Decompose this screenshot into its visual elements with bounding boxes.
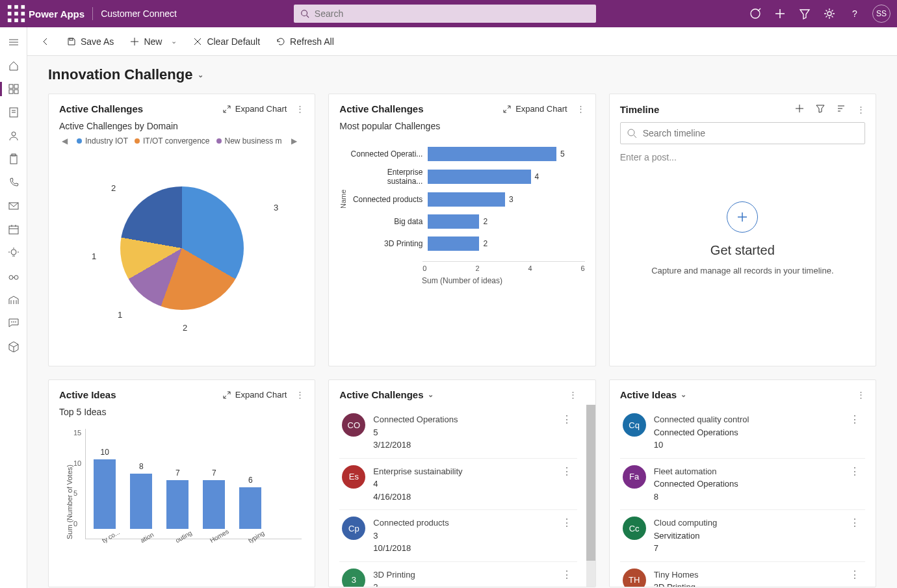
more-icon[interactable]: ⋮ (569, 390, 577, 400)
legend-item[interactable]: New business m (216, 136, 282, 146)
timeline-search[interactable] (620, 122, 865, 144)
item-more-icon[interactable]: ⋮ (559, 413, 575, 426)
item-more-icon[interactable]: ⋮ (847, 413, 863, 426)
global-search-input[interactable] (315, 8, 590, 19)
user-avatar[interactable]: SS (872, 5, 890, 23)
settings-icon[interactable] (823, 7, 836, 20)
main-area: Save As New⌄ Clear Default Refresh All I… (27, 27, 897, 588)
more-icon[interactable]: ⋮ (857, 105, 865, 114)
item-more-icon[interactable]: ⋮ (559, 517, 575, 529)
svg-point-35 (11, 249, 16, 255)
filter-icon[interactable] (798, 7, 811, 20)
more-icon[interactable]: ⋮ (296, 104, 304, 114)
list-item[interactable]: Cq Connected quality controlConnected Op… (620, 407, 865, 459)
expand-chart-button[interactable]: Expand Chart (222, 104, 287, 114)
list-item[interactable]: Cp Connected products310/1/2018 ⋮ (339, 510, 577, 562)
global-header: Power Apps Customer Connect ? SS (0, 0, 897, 27)
back-button[interactable] (35, 34, 56, 49)
legend-prev-icon[interactable]: ◀ (59, 136, 70, 146)
legend-item[interactable]: Industry IOT (77, 136, 128, 146)
svg-rect-1 (14, 5, 18, 9)
nav-package-icon[interactable] (0, 335, 27, 357)
legend-next-icon[interactable]: ▶ (289, 136, 300, 146)
item-avatar: Es (342, 465, 365, 489)
more-icon[interactable]: ⋮ (577, 104, 585, 114)
item-more-icon[interactable]: ⋮ (847, 465, 863, 478)
nav-dashboard-icon[interactable] (0, 78, 27, 100)
item-more-icon[interactable]: ⋮ (559, 569, 575, 581)
timeline-post-input[interactable]: Enter a post... (620, 152, 865, 162)
item-avatar: Cc (623, 517, 646, 540)
target-icon[interactable] (749, 7, 762, 20)
card-challenges-list: Active Challenges⌄ ⋮ CO Connected Operat… (328, 379, 595, 587)
item-line2: 3D Printing (654, 581, 839, 587)
app-name-label[interactable]: Customer Connect (101, 8, 177, 19)
page-title[interactable]: Innovation Challenge ⌄ (27, 56, 897, 88)
timeline-sort-icon[interactable] (836, 103, 846, 116)
item-more-icon[interactable]: ⋮ (847, 517, 863, 529)
nav-clipboard-icon[interactable] (0, 148, 27, 170)
timeline-add-icon[interactable] (794, 103, 805, 116)
list-item[interactable]: Fa Fleet automationConnected Operations8… (620, 459, 865, 511)
item-avatar: Cp (342, 517, 365, 540)
nav-recent-icon[interactable] (0, 101, 27, 123)
add-icon[interactable] (774, 7, 786, 20)
item-title: Connected Operations (373, 413, 551, 426)
item-line3: 7 (654, 542, 839, 555)
item-line3: 10/1/2018 (373, 542, 551, 555)
timeline-filter-icon[interactable] (815, 103, 826, 116)
list-title-dropdown[interactable]: Active Challenges⌄ (339, 389, 433, 400)
more-icon[interactable]: ⋮ (857, 390, 865, 400)
svg-rect-7 (14, 19, 18, 23)
pie-label: 1 (92, 251, 96, 261)
card-active-challenges-bar: Active Challenges Expand Chart ⋮ Most po… (328, 94, 595, 366)
list-item[interactable]: TH Tiny Homes3D Printing ⋮ (620, 562, 865, 588)
app-launcher-icon[interactable] (6, 4, 26, 23)
item-more-icon[interactable]: ⋮ (559, 465, 575, 478)
item-line2: 5 (373, 426, 551, 439)
global-search[interactable] (294, 5, 596, 23)
list-title-dropdown[interactable]: Active Ideas⌄ (620, 389, 687, 400)
chart-legend: ◀ Industry IOT IT/OT convergence New bus… (59, 136, 304, 146)
nav-mail-icon[interactable] (0, 195, 27, 217)
timeline-search-input[interactable] (620, 122, 865, 144)
nav-home-icon[interactable] (0, 55, 27, 77)
nav-phone-icon[interactable] (0, 172, 27, 194)
hbar-label: 3D Printing (350, 239, 428, 248)
list-item[interactable]: CO Connected Operations53/12/2018 ⋮ (339, 407, 577, 459)
chart-title: Most popular Challenges (339, 121, 584, 131)
refresh-all-button[interactable]: Refresh All (270, 34, 339, 49)
item-avatar: Fa (623, 465, 646, 489)
vbar-column: 7outing (164, 468, 191, 539)
item-avatar: Cq (623, 413, 646, 437)
expand-chart-button[interactable]: Expand Chart (502, 104, 567, 114)
expand-chart-button[interactable]: Expand Chart (222, 390, 287, 400)
list-item[interactable]: Es Enterprise sustainability44/16/2018 ⋮ (339, 459, 577, 511)
save-as-button[interactable]: Save As (61, 34, 119, 49)
nav-chat-icon[interactable] (0, 312, 27, 334)
svg-rect-21 (14, 84, 18, 88)
list-item[interactable]: Cc Cloud computingServitization7 ⋮ (620, 510, 865, 562)
nav-idea-icon[interactable] (0, 242, 27, 264)
svg-point-27 (12, 132, 16, 136)
help-icon[interactable]: ? (848, 7, 861, 20)
nav-binoculars-icon[interactable] (0, 265, 27, 287)
nav-contact-icon[interactable] (0, 125, 27, 147)
item-title: Enterprise sustainability (373, 465, 551, 478)
header-divider (92, 7, 93, 20)
legend-item[interactable]: IT/OT convergence (135, 136, 210, 146)
nav-menu-icon[interactable] (0, 31, 27, 53)
item-more-icon[interactable]: ⋮ (847, 569, 863, 581)
item-title: Connected quality control (654, 413, 839, 426)
svg-rect-20 (9, 84, 13, 88)
svg-rect-49 (70, 38, 73, 40)
nav-calendar-icon[interactable] (0, 218, 27, 240)
nav-building-icon[interactable] (0, 288, 27, 311)
pie-label: 2 (111, 183, 116, 193)
vbar-column: 8ation (127, 462, 155, 539)
more-icon[interactable]: ⋮ (296, 390, 304, 400)
clear-default-button[interactable]: Clear Default (187, 34, 265, 49)
list-item[interactable]: 3 3D Printing2 ⋮ (339, 562, 577, 588)
scrollbar[interactable] (586, 405, 595, 587)
new-button[interactable]: New⌄ (124, 34, 182, 49)
